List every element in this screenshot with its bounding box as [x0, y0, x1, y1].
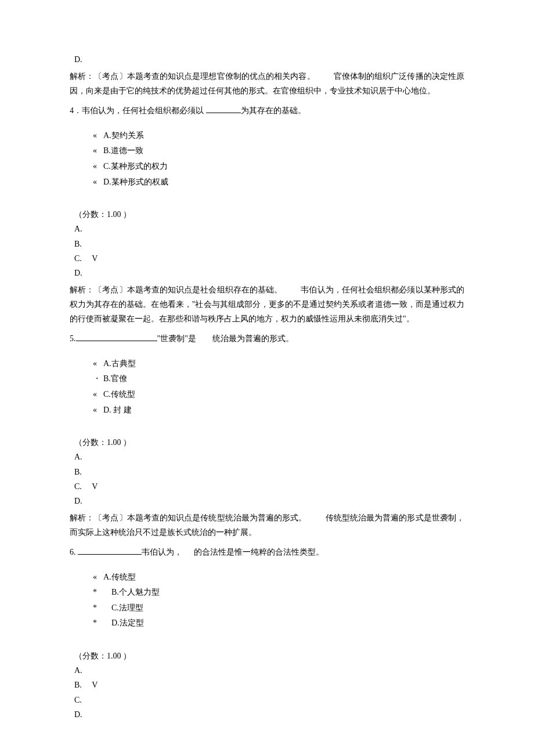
answer-c: C. [74, 693, 464, 707]
answer-b: B. [74, 465, 464, 479]
answer-d: D. [74, 266, 464, 280]
answer-a: A. [74, 450, 464, 464]
option-d: «D.某种形式的权威 [93, 175, 464, 190]
blank-line [78, 546, 142, 555]
answer-label: D. [74, 55, 82, 64]
option-a: «A.传统型 [93, 570, 464, 585]
answer-d: D. [74, 494, 464, 508]
q4-options: «A.契约关系 «B.道德一致 «C.某种形式的权力 «D.某种形式的权威 [70, 128, 464, 190]
answer-c: C. V [74, 251, 464, 266]
answer-d: D. [74, 707, 464, 722]
option-c: «C.传统型 [93, 387, 464, 403]
option-b: «B.道德一致 [93, 143, 464, 159]
answer-a: A. [74, 663, 464, 678]
answer-c: C. V [74, 479, 464, 494]
q6-score: （分数：1.00 ） [70, 649, 464, 663]
q5-stem-mid: "世袭制"是 [157, 334, 196, 343]
q4-explanation: 解析：〔考点〕本题考查的知识点是社会组织存在的基础。韦伯认为，任何社会组织都必须… [70, 283, 464, 327]
q5-number: 5. [70, 334, 76, 343]
answer-b: B. V [74, 678, 464, 692]
explanation-label: 解析： [70, 513, 94, 522]
q5-explanation: 解析：〔考点〕本题考查的知识点是传统型统治最为普遍的形式。传统型统治最为普遍的形… [70, 511, 464, 540]
q3-answer-d: D. [70, 52, 464, 67]
q5-stem-post: 统治最为普遍的形式。 [212, 334, 294, 343]
option-c: *C.法理型 [93, 601, 464, 616]
blank-line [76, 332, 157, 341]
q3-explanation: 解析：〔考点〕本题考查的知识点是理想官僚制的优点的相关内容。官僚体制的组织广泛传… [70, 69, 464, 98]
option-b: ・B.官僚 [93, 371, 464, 387]
answer-b: B. [74, 237, 464, 251]
q5-answers: A. B. C. V D. [70, 450, 464, 508]
explanation-text-head: 〔考点〕本题考查的知识点是理想官僚制的优点的相关内容。 [94, 72, 315, 81]
q4-stem-post: 为其存在的基础。 [241, 106, 306, 115]
q4-stem-pre: 韦伯认为，任何社会组织都必须以 [82, 106, 206, 115]
option-a: «A.契约关系 [93, 128, 464, 144]
q5-options: «A.古典型 ・B.官僚 «C.传统型 «D. 封 建 [70, 356, 464, 418]
blank-line [206, 104, 241, 113]
option-d: «D. 封 建 [93, 403, 464, 418]
option-b: *B.个人魅力型 [93, 585, 464, 601]
q4-score: （分数：1.00 ） [70, 207, 464, 222]
option-d: *D.法定型 [93, 616, 464, 631]
q6-options: «A.传统型 *B.个人魅力型 *C.法理型 *D.法定型 [70, 570, 464, 631]
explanation-label: 解析： [70, 72, 94, 81]
q6-answers: A. B. V C. D. [70, 663, 464, 722]
option-c: «C.某种形式的权力 [93, 159, 464, 175]
q6-stem-post: 的合法性是惟一纯粹的合法性类型。 [194, 548, 324, 556]
q5-score: （分数：1.00 ） [70, 435, 464, 450]
q4-stem: 4．韦伯认为，任何社会组织都必须以 为其存在的基础。 [70, 103, 464, 118]
answer-a: A. [74, 222, 464, 236]
explanation-label: 解析： [70, 285, 94, 294]
explanation-head: 〔考点〕本题考查的知识点是传统型统治最为普遍的形式。 [94, 513, 306, 522]
q6-number: 6. [70, 548, 78, 556]
q4-answers: A. B. C. V D. [70, 222, 464, 280]
q5-stem: 5."世袭制"是统治最为普遍的形式。 [70, 331, 464, 346]
q6-stem: 6. 韦伯认为，的合法性是惟一纯粹的合法性类型。 [70, 545, 464, 559]
option-a: «A.古典型 [93, 356, 464, 372]
explanation-head: 〔考点〕本题考查的知识点是社会组织存在的基础。 [94, 285, 282, 294]
q4-number: 4． [70, 106, 82, 115]
q6-stem-mid: 韦伯认为， [142, 548, 182, 556]
